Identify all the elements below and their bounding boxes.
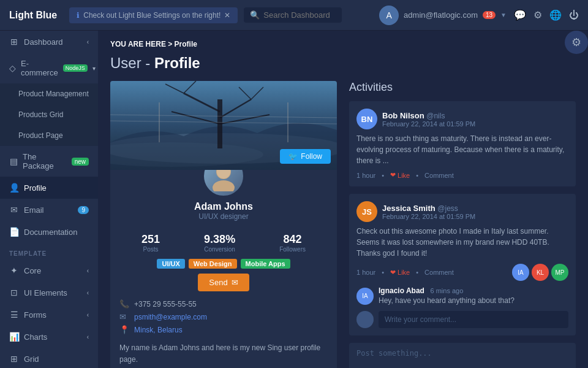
follow-button[interactable]: 🐦 Follow: [280, 149, 331, 164]
sidebar-item-documentation[interactable]: 📄 Documentation: [0, 221, 98, 243]
commenter-avatar-1: IA: [512, 264, 529, 281]
profile-contact: 📞 +375 29 555-55-55 ✉ psmith@example.com…: [119, 297, 328, 336]
bio-text: My name is Adam Johns and here is my new…: [119, 342, 328, 366]
mail-icon: ✉: [119, 312, 129, 321]
tags-row: UI/UX Web Design Mobile Apps: [119, 259, 328, 269]
send-button[interactable]: Send ✉: [198, 274, 249, 291]
comment-button[interactable]: Comment: [424, 269, 454, 276]
activity-avatar: BN: [356, 109, 377, 129]
dot-separator: •: [382, 172, 384, 179]
admin-name: admin@flatlogic.com: [404, 10, 478, 20]
location-link[interactable]: Minsk, Belarus: [134, 326, 183, 334]
activity-actions: 1 hour • ❤ Like • Comment: [356, 171, 568, 179]
stat-num: 842: [279, 233, 306, 246]
contact-email: ✉ psmith@example.com: [119, 310, 328, 323]
sidebar-item-label: Grid: [24, 355, 39, 364]
sidebar-item-profile[interactable]: 👤 Profile: [0, 177, 98, 199]
ui-icon: ⊡: [9, 288, 19, 297]
topbar-right: A admin@flatlogic.com 13 ▼ 💬 ⚙ 🌐 ⏻: [379, 6, 579, 25]
sidebar-item-core[interactable]: ✦ Core ‹: [0, 259, 98, 282]
sidebar-item-label: Profile: [24, 183, 47, 193]
activity-time: February 22, 2014 at 01:59 PM: [382, 213, 475, 220]
new-badge: new: [72, 158, 89, 166]
sidebar-item-label: UI Elements: [24, 288, 67, 297]
globe-icon[interactable]: 🌐: [549, 9, 562, 21]
profile-area: 🐦 Follow Adam: [110, 81, 576, 368]
activity-time-ago: 1 hour: [356, 269, 375, 276]
activity-text: There is no such thing as maturity. Ther…: [356, 133, 568, 166]
sidebar-item-product-management[interactable]: Product Management: [0, 83, 98, 104]
activity-handle: @jess: [437, 204, 458, 213]
sidebar: ⊞ Dashboard ‹ ◇ E-commerce NodeJS ▾ Prod…: [0, 31, 98, 368]
notification-badge: 13: [483, 11, 496, 19]
phone-icon: 📞: [119, 299, 129, 309]
sidebar-item-email[interactable]: ✉ Email 9: [0, 199, 98, 221]
sidebar-item-label: E-commerce: [21, 59, 58, 77]
comment-time: 6 mins ago: [431, 287, 464, 294]
sidebar-item-products-grid[interactable]: Products Grid: [0, 104, 98, 125]
activity-handle: @nils: [426, 112, 445, 120]
activity-user-line: Bob Nilson @nils: [382, 111, 475, 120]
stat-label: Followers: [279, 246, 306, 253]
sidebar-item-package[interactable]: ▤ The Package new: [0, 146, 98, 177]
email-badge: 9: [78, 206, 89, 214]
topbar-alert: ℹ Check out Light Blue Settings on the r…: [69, 7, 238, 23]
comment-button[interactable]: Comment: [424, 172, 454, 179]
settings-cog-button[interactable]: ⚙: [565, 31, 588, 54]
comment-content: Ignacio Abad 6 mins ago Hey, have you he…: [379, 286, 568, 306]
tag-uiux[interactable]: UI/UX: [157, 259, 184, 269]
admin-info[interactable]: A admin@flatlogic.com 13 ▼: [379, 6, 507, 25]
activity-username: Bob Nilson: [382, 111, 424, 120]
send-label: Send: [209, 278, 227, 287]
email-link[interactable]: psmith@example.com: [134, 313, 207, 321]
activity-text: Check out this awesome photo I made in I…: [356, 226, 568, 259]
like-button[interactable]: ❤ Like: [390, 171, 410, 179]
activity-user-info: Jessica Smith @jess February 22, 2014 at…: [382, 204, 475, 220]
breadcrumb-base: YOU ARE HERE >: [110, 40, 172, 48]
sidebar-item-grid[interactable]: ⊞ Grid: [0, 348, 98, 368]
commenter-avatar-2: KL: [532, 264, 549, 281]
alert-text: Check out Light Blue Settings on the rig…: [83, 11, 221, 20]
location-icon: 📍: [119, 325, 129, 334]
dot-separator: •: [416, 172, 418, 179]
tag-mobileapps[interactable]: Mobile Apps: [241, 259, 290, 269]
sidebar-item-product-page[interactable]: Product Page: [0, 125, 98, 146]
grid-icon: ⊞: [9, 354, 19, 364]
core-icon: ✦: [9, 266, 19, 275]
info-icon: ℹ: [77, 11, 80, 20]
activity-user-line: Jessica Smith @jess: [382, 204, 475, 213]
power-icon[interactable]: ⏻: [569, 10, 579, 21]
charts-icon: 📊: [9, 332, 19, 342]
stat-posts: 251 Posts: [141, 233, 160, 253]
sidebar-item-label: Dashboard: [24, 37, 63, 47]
comment-input[interactable]: [379, 311, 568, 328]
forms-icon: ☰: [9, 310, 19, 320]
stat-num: 251: [141, 233, 160, 246]
chevron-icon: ‹: [87, 39, 89, 45]
activity-time-ago: 1 hour: [356, 172, 375, 179]
like-button[interactable]: ❤ Like: [390, 269, 410, 277]
activity-card-2: JS Jessica Smith @jess February 22, 2014…: [349, 194, 576, 335]
activity-header: JS Jessica Smith @jess February 22, 2014…: [356, 201, 568, 222]
comment-input-row: [356, 311, 568, 328]
phone-number: +375 29 555-55-55: [134, 300, 197, 309]
follow-label: Follow: [301, 152, 322, 161]
sidebar-item-ui-elements[interactable]: ⊡ UI Elements ‹: [0, 282, 98, 304]
stat-label: Conversion: [204, 246, 235, 253]
post-input[interactable]: [349, 343, 576, 368]
sidebar-item-label: Charts: [24, 332, 47, 342]
gear-icon[interactable]: ⚙: [533, 9, 542, 21]
chat-icon[interactable]: 💬: [514, 9, 526, 21]
tag-webdesign[interactable]: Web Design: [189, 259, 237, 269]
close-icon[interactable]: ✕: [224, 11, 230, 20]
chevron-icon: ▾: [92, 65, 96, 72]
stats-row: 251 Posts 9.38% Conversion 842 Followers: [119, 233, 328, 253]
sidebar-item-forms[interactable]: ☰ Forms ‹: [0, 304, 98, 326]
sidebar-item-dashboard[interactable]: ⊞ Dashboard ‹: [0, 31, 98, 53]
sidebar-item-charts[interactable]: 📊 Charts ‹: [0, 326, 98, 348]
search-input[interactable]: [263, 10, 336, 20]
sidebar-item-label: Core: [24, 266, 41, 275]
sidebar-item-ecommerce[interactable]: ◇ E-commerce NodeJS ▾: [0, 53, 98, 83]
sidebar-item-label: Products Grid: [18, 110, 63, 119]
chevron-icon: ‹: [87, 334, 89, 340]
